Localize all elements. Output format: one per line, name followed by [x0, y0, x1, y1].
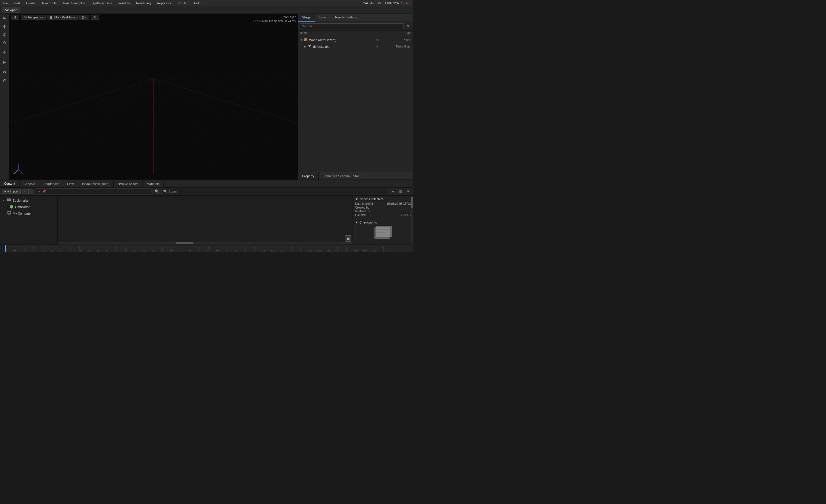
viewport-audio-btn[interactable]: ((·))	[79, 15, 89, 20]
tab-content[interactable]: Content	[0, 180, 19, 187]
rotate-tool-btn[interactable]	[1, 31, 8, 39]
svg-rect-51	[8, 199, 10, 200]
timeline-mark-56: 56	[139, 247, 149, 252]
sidebar-item-bookmarks[interactable]: ▼ Bookmarks	[0, 197, 57, 204]
viewport[interactable]: ⚙ 📷 Perspective RTX - Real-Time ((·)) 👁	[9, 14, 298, 180]
content-toolbar: + + Import ‹ › ▼ 📌 🔍 🔍 ≡ ⊞ ▼	[0, 188, 413, 196]
menu-window[interactable]: Window	[117, 1, 131, 5]
svg-line-17	[154, 79, 298, 168]
menu-isaac-examples[interactable]: Isaac Examples	[62, 1, 86, 5]
paint-btn[interactable]	[1, 76, 8, 84]
viewport-rtx-btn[interactable]: RTX - Real-Time	[48, 15, 77, 20]
timeline-mark-68: 68	[167, 247, 176, 252]
no-files-header[interactable]: ▼ No files selected	[355, 197, 411, 201]
bottom-content: ▼ Bookmarks Omniverse	[0, 196, 413, 245]
move-tool-btn[interactable]	[1, 23, 8, 30]
tab-layer[interactable]: Layer	[315, 14, 331, 21]
menu-isaac-utils[interactable]: Isaac Utils	[41, 1, 58, 5]
timeline-mark-92: 92	[222, 247, 231, 252]
stage-filter-btn[interactable]: ▼	[405, 23, 411, 29]
timeline-mark-148: 148	[351, 247, 360, 252]
timeline-mark-156: 156	[369, 247, 379, 252]
universal-tool-btn[interactable]	[1, 49, 8, 56]
tab-viewport[interactable]: Viewport	[2, 7, 20, 13]
timeline-mark-12: 12	[38, 247, 47, 252]
audio-icon: ((·))	[82, 16, 86, 19]
timeline-mark-140: 140	[333, 247, 342, 252]
search-toggle-btn[interactable]: 🔍	[154, 188, 160, 195]
timeline-mark-152: 152	[360, 247, 369, 252]
nav-forward-btn[interactable]: ›	[28, 189, 34, 194]
timeline-mark-108: 108	[259, 247, 268, 252]
perspective-label: Perspective	[28, 16, 43, 19]
tab-materials[interactable]: Materials	[143, 180, 164, 187]
tab-isaac-assets[interactable]: Isaac Assets (Beta)	[78, 180, 114, 187]
stage-search-input[interactable]	[300, 23, 404, 29]
tree-eye-world[interactable]: 👁	[376, 38, 381, 42]
tab-flow[interactable]: Flow	[63, 180, 78, 187]
menu-edit[interactable]: Edit	[13, 1, 21, 5]
light-icon	[307, 44, 312, 49]
tree-name-light: defaultLight	[313, 45, 376, 48]
timeline-mark-116: 116	[278, 247, 287, 252]
svg-line-10	[9, 79, 154, 153]
svg-line-31	[154, 79, 298, 85]
svg-text:Z: Z	[18, 164, 19, 166]
svg-rect-57	[376, 226, 392, 237]
file-info-scrollbar[interactable]	[411, 196, 413, 245]
menu-create[interactable]: Create	[25, 1, 37, 5]
content-filter-btn[interactable]: ▼	[405, 188, 411, 195]
timeline-mark-40: 40	[103, 247, 112, 252]
menu-file[interactable]: File	[2, 1, 9, 5]
scale-tool-btn[interactable]	[1, 39, 8, 47]
timeline-mark-52: 52	[130, 247, 139, 252]
content-main-area[interactable]: ⊞	[58, 196, 353, 245]
mycomputer-label: My Computer	[13, 212, 32, 215]
timeline-mark-64: 64	[158, 247, 167, 252]
list-view-btn[interactable]: ≡	[390, 188, 396, 195]
tab-sequencer[interactable]: Sequencer	[40, 180, 63, 187]
timeline-mark-76: 76	[185, 247, 194, 252]
tab-nvidia-assets[interactable]: NVIDIA Assets	[114, 180, 143, 187]
timeline-mark-100: 100	[241, 247, 250, 252]
svg-line-38	[14, 170, 18, 174]
menu-help[interactable]: Help	[193, 1, 202, 5]
menu-rendering[interactable]: Rendering	[135, 1, 152, 5]
content-search-input[interactable]	[168, 190, 387, 193]
sidebar-item-omniverse[interactable]: Omniverse	[0, 204, 57, 210]
timeline-mark-16: 16	[47, 247, 56, 252]
tree-eye-light[interactable]: 👁	[376, 45, 381, 48]
tab-stage[interactable]: Stage	[298, 14, 315, 21]
content-sidebar: ▼ Bookmarks Omniverse	[0, 196, 58, 245]
svg-line-16	[154, 79, 298, 153]
tree-row-world[interactable]: ▼ World (defaultPrim) 👁 Xform	[298, 37, 413, 43]
nav-back-btn[interactable]: ‹	[22, 189, 27, 194]
timeline-left-handle[interactable]: ×	[0, 245, 5, 252]
viewport-settings-btn[interactable]: ⚙	[11, 15, 19, 20]
menu-synthetic-data[interactable]: Synthetic Data	[91, 1, 113, 5]
tree-row-defaultlight[interactable]: ▶ defaultLight 👁 DistantLight	[298, 43, 413, 50]
tab-semantics-schema[interactable]: Semantics Schema Editor	[318, 172, 363, 180]
bookmarks-folder-icon	[7, 198, 11, 203]
play-btn[interactable]	[1, 59, 8, 66]
tab-console[interactable]: Console	[19, 180, 40, 187]
view-toggle-btn[interactable]: ⊞	[345, 235, 351, 242]
snap-btn[interactable]	[1, 68, 8, 76]
timeline-mark-128: 128	[305, 247, 314, 252]
select-tool-btn[interactable]	[1, 15, 8, 22]
menu-profiler[interactable]: Profiler	[176, 1, 189, 5]
tab-property[interactable]: Property	[298, 172, 318, 180]
svg-rect-45	[309, 46, 310, 47]
viewport-camera-btn[interactable]: 📷 Perspective	[21, 15, 46, 20]
grid-view-btn[interactable]: ⊞	[398, 188, 404, 195]
svg-point-0	[3, 34, 6, 36]
tab-render-settings[interactable]: Render Settings	[331, 14, 362, 21]
import-btn[interactable]: + + Import	[2, 189, 21, 194]
sidebar-item-mycomputer[interactable]: My Computer	[0, 210, 57, 217]
timeline-numbers[interactable]: 0481216202428323640444852566064687276808…	[5, 245, 413, 252]
menu-replicator[interactable]: Replicator	[156, 1, 173, 5]
svg-line-48	[308, 45, 309, 45]
checkpoints-header[interactable]: ▼ Checkpoints	[355, 220, 411, 224]
no-files-arrow: ▼	[355, 197, 358, 201]
viewport-eye-btn[interactable]: 👁	[91, 15, 99, 20]
